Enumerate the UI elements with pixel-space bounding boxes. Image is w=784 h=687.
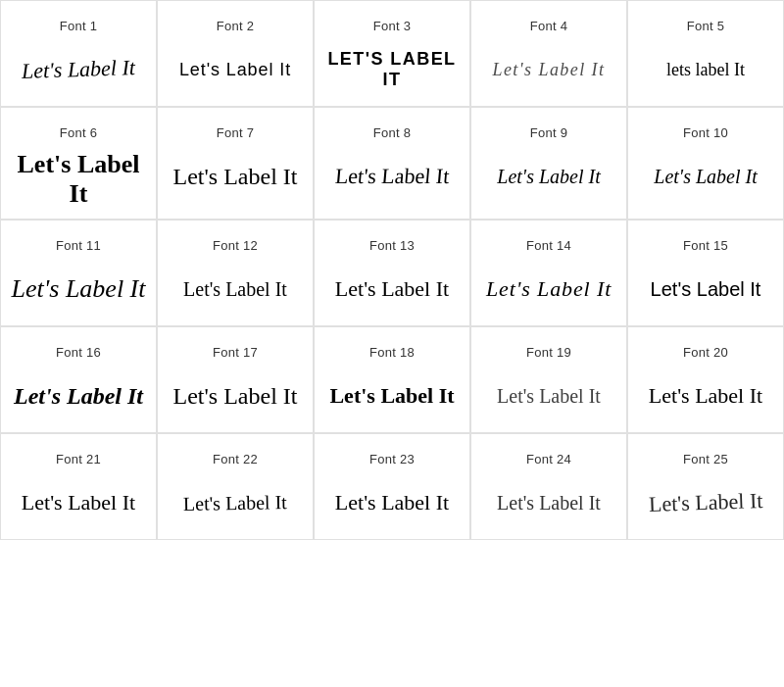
font-sample-21: Let's Label It: [5, 476, 152, 529]
font-text-17: Let's Label It: [173, 383, 298, 410]
font-text-7: Let's Label It: [173, 164, 298, 190]
font-text-11: Let's Label It: [11, 274, 145, 304]
font-text-23: Let's Label It: [335, 490, 449, 515]
font-label-1: Font 1: [60, 19, 97, 33]
font-label-17: Font 17: [213, 345, 258, 360]
font-cell-23[interactable]: Font 23Let's Label It: [314, 433, 470, 540]
font-text-13: Let's Label It: [335, 276, 449, 302]
font-label-15: Font 15: [683, 238, 728, 253]
font-cell-12[interactable]: Font 12Let's Label It: [157, 220, 314, 326]
font-cell-14[interactable]: Font 14Let's Label It: [470, 220, 627, 326]
font-sample-15: Let's Label It: [632, 263, 779, 316]
font-cell-25[interactable]: Font 25Let's Label It: [627, 433, 784, 540]
font-label-8: Font 8: [373, 125, 411, 140]
font-text-25: Let's Label It: [648, 488, 762, 517]
font-text-19: Let's Label It: [497, 385, 601, 408]
font-sample-20: Let's Label It: [632, 369, 779, 422]
font-sample-24: Let's Label It: [475, 476, 622, 529]
font-sample-4: Let's Label It: [475, 43, 622, 96]
font-sample-17: Let's Label It: [162, 369, 309, 422]
font-cell-5[interactable]: Font 5lets label It: [627, 0, 784, 107]
font-sample-12: Let's Label It: [162, 263, 309, 316]
font-cell-11[interactable]: Font 11Let's Label It: [0, 220, 157, 326]
font-label-24: Font 24: [526, 452, 571, 466]
font-sample-19: Let's Label It: [475, 369, 622, 422]
font-text-15: Let's Label It: [651, 278, 761, 301]
font-label-11: Font 11: [56, 238, 101, 253]
font-label-5: Font 5: [687, 19, 724, 33]
font-label-25: Font 25: [683, 452, 728, 466]
font-text-9: Let's Label It: [497, 166, 600, 188]
font-text-3: LET'S LABEL IT: [318, 49, 466, 90]
font-sample-18: Let's Label It: [318, 369, 466, 422]
font-label-14: Font 14: [526, 238, 571, 253]
font-label-22: Font 22: [213, 452, 258, 466]
font-sample-16: Let's Label It: [5, 369, 152, 422]
font-text-5: lets label It: [666, 60, 745, 80]
font-text-2: Let's Label It: [179, 60, 291, 80]
font-label-16: Font 16: [56, 345, 101, 360]
font-cell-10[interactable]: Font 10Let's Label It: [627, 107, 784, 220]
font-text-22: Let's Label It: [183, 491, 287, 515]
font-cell-17[interactable]: Font 17Let's Label It: [157, 326, 314, 433]
font-text-8: Let's Label It: [334, 164, 451, 189]
font-cell-4[interactable]: Font 4Let's Label It: [470, 0, 627, 107]
font-label-21: Font 21: [56, 452, 101, 466]
font-text-12: Let's Label It: [183, 278, 287, 301]
font-cell-20[interactable]: Font 20Let's Label It: [627, 326, 784, 433]
font-cell-9[interactable]: Font 9Let's Label It: [470, 107, 627, 220]
font-label-7: Font 7: [217, 125, 254, 140]
font-sample-3: LET'S LABEL IT: [318, 43, 466, 96]
font-sample-22: Let's Label It: [162, 476, 309, 529]
font-label-3: Font 3: [373, 19, 411, 33]
font-cell-1[interactable]: Font 1Let's Label It: [0, 0, 157, 107]
font-sample-6: Let's Label It: [5, 150, 152, 209]
font-text-20: Let's Label It: [649, 383, 762, 409]
font-sample-23: Let's Label It: [318, 476, 466, 529]
font-sample-8: Let's Label It: [318, 150, 466, 203]
font-text-10: Let's Label It: [654, 166, 757, 188]
font-cell-2[interactable]: Font 2Let's Label It: [157, 0, 314, 107]
font-sample-11: Let's Label It: [5, 263, 152, 316]
font-text-24: Let's Label It: [497, 492, 601, 515]
font-label-20: Font 20: [683, 345, 728, 360]
font-text-4: Let's Label It: [492, 60, 605, 80]
font-label-18: Font 18: [369, 345, 415, 360]
font-sample-14: Let's Label It: [475, 263, 622, 316]
font-cell-8[interactable]: Font 8Let's Label It: [314, 107, 470, 220]
font-sample-25: Let's Label It: [632, 476, 779, 529]
font-text-21: Let's Label It: [22, 490, 135, 515]
font-label-19: Font 19: [526, 345, 571, 360]
font-text-6: Let's Label It: [5, 150, 152, 209]
font-cell-3[interactable]: Font 3LET'S LABEL IT: [314, 0, 470, 107]
font-text-16: Let's Label It: [14, 383, 143, 410]
font-text-1: Let's Label It: [22, 55, 136, 84]
font-sample-10: Let's Label It: [632, 150, 779, 203]
font-label-10: Font 10: [683, 125, 728, 140]
font-cell-18[interactable]: Font 18Let's Label It: [314, 326, 470, 433]
font-cell-7[interactable]: Font 7Let's Label It: [157, 107, 314, 220]
font-text-14: Let's Label It: [486, 276, 612, 302]
font-sample-7: Let's Label It: [162, 150, 309, 203]
font-sample-9: Let's Label It: [475, 150, 622, 203]
font-sample-5: lets label It: [632, 43, 779, 96]
font-label-12: Font 12: [213, 238, 258, 253]
font-label-4: Font 4: [530, 19, 567, 33]
font-grid: Font 1Let's Label ItFont 2Let's Label It…: [0, 0, 784, 540]
font-label-13: Font 13: [369, 238, 415, 253]
font-label-6: Font 6: [60, 125, 97, 140]
font-cell-6[interactable]: Font 6Let's Label It: [0, 107, 157, 220]
font-sample-1: Let's Label It: [5, 43, 152, 96]
font-cell-16[interactable]: Font 16Let's Label It: [0, 326, 157, 433]
font-cell-24[interactable]: Font 24Let's Label It: [470, 433, 627, 540]
font-cell-13[interactable]: Font 13Let's Label It: [314, 220, 470, 326]
font-cell-15[interactable]: Font 15Let's Label It: [627, 220, 784, 326]
font-cell-19[interactable]: Font 19Let's Label It: [470, 326, 627, 433]
font-sample-13: Let's Label It: [318, 263, 466, 316]
font-label-9: Font 9: [530, 125, 567, 140]
font-text-18: Let's Label It: [329, 383, 454, 409]
font-label-23: Font 23: [369, 452, 415, 466]
font-cell-22[interactable]: Font 22Let's Label It: [157, 433, 314, 540]
font-label-2: Font 2: [217, 19, 254, 33]
font-cell-21[interactable]: Font 21Let's Label It: [0, 433, 157, 540]
